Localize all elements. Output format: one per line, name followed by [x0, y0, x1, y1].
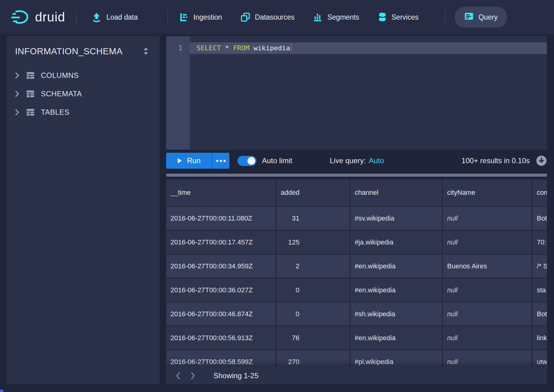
- sql-plain: wikipedia: [249, 44, 290, 52]
- nav-item-datasources[interactable]: Datasources: [240, 12, 295, 22]
- column-header-__time[interactable]: __time: [166, 179, 275, 206]
- table-cell[interactable]: 2016-06-27T00:00:36.027Z: [166, 279, 275, 302]
- nav-item-label: Ingestion: [193, 13, 222, 21]
- table-cell[interactable]: 70:: [533, 231, 547, 254]
- table-cell[interactable]: #ja.wikipedia: [350, 231, 442, 254]
- table-cell[interactable]: 31: [276, 207, 349, 230]
- table-cell[interactable]: /* S: [533, 255, 547, 278]
- null-value: null: [447, 238, 458, 246]
- column-header-comment[interactable]: comment: [533, 179, 547, 206]
- nav-item-ingestion[interactable]: Ingestion: [179, 12, 222, 22]
- table-cell[interactable]: 76: [276, 326, 349, 349]
- pagination-bar: Showing 1-25: [166, 367, 547, 384]
- sql-keyword: SELECT: [197, 44, 221, 52]
- table-cell[interactable]: 2016-06-27T00:00:46.874Z: [166, 302, 275, 325]
- nav-item-label: Query: [478, 13, 498, 21]
- prev-page-button[interactable]: [173, 370, 183, 382]
- table-cell[interactable]: Bot: [533, 207, 547, 230]
- sql-plain: *: [221, 44, 233, 52]
- chevron-right-icon[interactable]: [14, 109, 20, 116]
- null-value: null: [447, 310, 458, 318]
- run-more-button[interactable]: [212, 153, 229, 169]
- table-cell[interactable]: sta: [533, 279, 547, 302]
- druid-logo[interactable]: druid: [11, 9, 65, 25]
- ingestion-icon: [179, 12, 189, 22]
- sort-icon[interactable]: [142, 47, 150, 57]
- run-button[interactable]: Run: [166, 153, 212, 169]
- tree-item-schemata[interactable]: SCHEMATA: [6, 85, 160, 103]
- nav-item-label: Datasources: [255, 13, 295, 21]
- chevron-right-icon[interactable]: [14, 90, 20, 97]
- query-icon: [464, 11, 474, 23]
- table-icon: [26, 90, 35, 98]
- line-number: 1: [166, 42, 190, 54]
- table-cell[interactable]: 0: [276, 279, 349, 302]
- table-cell[interactable]: null: [443, 279, 532, 302]
- toggle-knob: [248, 157, 255, 165]
- column-header-added[interactable]: added: [276, 179, 349, 206]
- table-cell[interactable]: null: [443, 302, 532, 325]
- nav-item-label: Segments: [327, 13, 359, 21]
- tree-item-tables[interactable]: TABLES: [6, 103, 160, 121]
- chevron-right-icon[interactable]: [14, 72, 20, 79]
- table-cell[interactable]: null: [443, 326, 532, 349]
- sql-keyword: FROM: [233, 44, 249, 52]
- live-query-label: Live query:: [330, 156, 366, 165]
- table-cell[interactable]: #sv.wikipedia: [350, 207, 442, 230]
- table-cell[interactable]: #en.wikipedia: [350, 279, 442, 302]
- table-cell[interactable]: 125: [276, 231, 349, 254]
- table-cell[interactable]: link: [533, 326, 547, 349]
- auto-limit-label: Auto limit: [262, 156, 292, 165]
- live-query-value[interactable]: Auto: [369, 156, 384, 165]
- table-cell[interactable]: 0: [276, 302, 349, 325]
- table-cell[interactable]: null: [443, 231, 532, 254]
- download-button[interactable]: [536, 155, 547, 166]
- table-cell[interactable]: 2016-06-27T00:00:17.457Z: [166, 231, 275, 254]
- bottom-left-accent: [0, 390, 3, 392]
- load-data-icon: [92, 12, 102, 22]
- table-cell[interactable]: null: [443, 207, 532, 230]
- schema-title: INFORMATION_SCHEMA: [15, 46, 123, 56]
- table-cell[interactable]: 2016-06-27T00:00:34.959Z: [166, 255, 275, 278]
- druid-logo-icon: [11, 9, 30, 25]
- null-value: null: [447, 286, 458, 294]
- more-icon: [216, 160, 218, 162]
- nav-item-load-data[interactable]: Load data: [92, 12, 138, 22]
- tree-item-columns[interactable]: COLUMNS: [6, 66, 160, 85]
- text-cursor: [291, 44, 292, 52]
- results-table: __timeaddedchannelcityNamecomment2016-06…: [166, 179, 547, 373]
- play-icon: [177, 158, 182, 163]
- table-icon: [26, 71, 35, 79]
- table-cell[interactable]: Buenos Aires: [443, 255, 532, 278]
- null-value: null: [447, 214, 458, 222]
- schema-sidebar: INFORMATION_SCHEMA COLUMNS: [6, 36, 160, 384]
- nav-item-query[interactable]: Query: [455, 7, 507, 28]
- segments-icon: [313, 12, 323, 22]
- schema-tree: COLUMNS SCHEMATA: [6, 66, 160, 121]
- brand-wordmark: druid: [35, 10, 65, 25]
- column-header-cityName[interactable]: cityName: [443, 179, 532, 206]
- table-cell[interactable]: #sh.wikipedia: [350, 302, 442, 325]
- null-value: null: [447, 358, 458, 366]
- table-cell[interactable]: 2016-06-27T00:00:11.080Z: [166, 207, 275, 230]
- sql-text: SELECT * FROM wikipedia: [197, 42, 292, 54]
- table-cell[interactable]: #en.wikipedia: [350, 326, 442, 349]
- query-editor[interactable]: 1 SELECT * FROM wikipedia: [166, 36, 547, 150]
- nav-divider: [167, 10, 168, 24]
- pagination-status: Showing 1-25: [213, 371, 259, 380]
- nav-item-segments[interactable]: Segments: [313, 12, 359, 22]
- auto-limit-toggle[interactable]: [237, 156, 256, 166]
- nav-item-services[interactable]: Services: [378, 12, 419, 22]
- nav-item-label: Services: [392, 13, 419, 21]
- tree-item-label: SCHEMATA: [41, 90, 82, 98]
- null-value: null: [447, 334, 458, 342]
- horizontal-scrollbar[interactable]: [166, 174, 547, 177]
- next-page-button[interactable]: [188, 370, 198, 382]
- run-button-label: Run: [187, 156, 201, 165]
- results-summary: 100+ results in 0.10s: [462, 156, 530, 165]
- table-cell[interactable]: 2016-06-27T00:00:56.913Z: [166, 326, 275, 349]
- table-cell[interactable]: #en.wikipedia: [350, 255, 442, 278]
- table-cell[interactable]: 2: [276, 255, 349, 278]
- table-cell[interactable]: Bot: [533, 302, 547, 325]
- column-header-channel[interactable]: channel: [350, 179, 442, 206]
